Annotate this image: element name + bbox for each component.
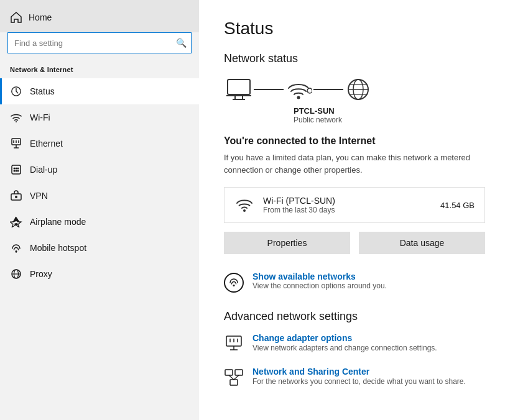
vpn-icon bbox=[10, 189, 22, 202]
sidebar-item-status[interactable]: Status bbox=[0, 78, 199, 104]
svg-line-46 bbox=[229, 375, 234, 380]
search-input[interactable] bbox=[7, 32, 192, 53]
show-available-networks[interactable]: Show available networks View the connect… bbox=[224, 272, 503, 293]
properties-button[interactable]: Properties bbox=[224, 232, 350, 254]
network-wifi-icon: ↑ bbox=[284, 76, 313, 103]
show-networks-title: Show available networks bbox=[252, 272, 387, 281]
status-icon bbox=[10, 85, 22, 98]
sidebar-item-wifi[interactable]: Wi-Fi bbox=[0, 104, 199, 130]
connected-desc: If you have a limited data plan, you can… bbox=[224, 152, 485, 176]
svg-point-12 bbox=[14, 170, 16, 172]
sidebar-item-hotspot[interactable]: Mobile hotspot bbox=[0, 235, 199, 261]
connected-title: You're connected to the Internet bbox=[224, 135, 503, 147]
sidebar-item-dialup[interactable]: Dial-up bbox=[0, 157, 199, 183]
proxy-icon bbox=[10, 268, 22, 280]
svg-point-27 bbox=[297, 96, 300, 99]
svg-point-35 bbox=[243, 209, 246, 212]
show-networks-content: Show available networks View the connect… bbox=[252, 272, 387, 290]
show-networks-desc: View the connection options around you. bbox=[252, 281, 387, 290]
connection-data: 41.54 GB bbox=[440, 201, 475, 210]
home-icon bbox=[10, 11, 22, 24]
data-usage-button[interactable]: Data usage bbox=[359, 232, 485, 254]
sidebar-item-hotspot-label: Mobile hotspot bbox=[30, 243, 86, 253]
show-networks-icon bbox=[224, 273, 244, 293]
sharing-desc: For the networks you connect to, decide … bbox=[252, 377, 466, 387]
sidebar-item-proxy-label: Proxy bbox=[30, 269, 52, 279]
connection-info: Wi-Fi (PTCL-SUN) From the last 30 days bbox=[263, 196, 432, 214]
adapter-icon bbox=[224, 334, 244, 354]
sidebar-item-airplane[interactable]: Airplane mode bbox=[0, 209, 199, 235]
search-container: 🔍 bbox=[7, 32, 192, 53]
svg-point-11 bbox=[17, 168, 19, 170]
sidebar-home[interactable]: Home bbox=[0, 0, 199, 32]
adapter-title: Change adapter options bbox=[252, 333, 437, 343]
change-adapter-options[interactable]: Change adapter options View network adap… bbox=[224, 333, 503, 354]
connection-card: Wi-Fi (PTCL-SUN) From the last 30 days 4… bbox=[224, 187, 485, 223]
wifi-icon bbox=[10, 111, 22, 124]
home-label: Home bbox=[29, 12, 52, 22]
sidebar-item-ethernet-label: Ethernet bbox=[30, 139, 63, 148]
svg-point-16 bbox=[15, 196, 17, 198]
sharing-center[interactable]: Network and Sharing Center For the netwo… bbox=[224, 367, 503, 388]
sharing-icon bbox=[224, 368, 244, 388]
computer-icon bbox=[224, 76, 254, 103]
svg-point-9 bbox=[14, 168, 16, 170]
action-buttons: Properties Data usage bbox=[224, 232, 485, 254]
ethernet-icon bbox=[10, 137, 22, 150]
connection-name: Wi-Fi (PTCL-SUN) bbox=[263, 196, 432, 206]
svg-point-10 bbox=[16, 168, 17, 170]
sharing-content: Network and Sharing Center For the netwo… bbox=[252, 367, 466, 387]
svg-rect-45 bbox=[230, 380, 238, 385]
sidebar: Home 🔍 Network & Internet Status Wi-Fi bbox=[0, 0, 199, 420]
hotspot-icon bbox=[10, 242, 22, 254]
svg-line-47 bbox=[234, 375, 239, 380]
search-icon: 🔍 bbox=[176, 38, 187, 48]
svg-point-1 bbox=[16, 121, 17, 122]
svg-point-14 bbox=[17, 170, 19, 172]
advanced-title: Advanced network settings bbox=[224, 310, 503, 323]
connection-wifi-icon bbox=[234, 195, 254, 215]
svg-point-13 bbox=[16, 170, 17, 172]
svg-point-36 bbox=[233, 285, 235, 286]
dialup-icon bbox=[10, 163, 22, 176]
network-type: Public network bbox=[294, 116, 503, 124]
sidebar-section-title: Network & Internet bbox=[0, 61, 199, 78]
sidebar-item-dialup-label: Dial-up bbox=[30, 165, 57, 175]
network-globe-icon bbox=[343, 76, 373, 103]
airplane-icon bbox=[10, 216, 22, 228]
network-status-title: Network status bbox=[224, 52, 503, 65]
svg-text:↑: ↑ bbox=[308, 89, 310, 94]
adapter-desc: View network adapters and change connect… bbox=[252, 343, 437, 354]
sidebar-item-airplane-label: Airplane mode bbox=[30, 217, 86, 227]
svg-rect-43 bbox=[225, 370, 233, 375]
network-diagram: ↑ bbox=[224, 76, 503, 103]
network-ssid: PTCL-SUN bbox=[294, 106, 503, 116]
connection-sub: From the last 30 days bbox=[263, 206, 432, 214]
sidebar-item-proxy[interactable]: Proxy bbox=[0, 261, 199, 287]
main-content: Status Network status ↑ bbox=[199, 0, 528, 420]
network-line-2 bbox=[313, 89, 343, 90]
sidebar-item-ethernet[interactable]: Ethernet bbox=[0, 130, 199, 157]
svg-rect-44 bbox=[235, 370, 243, 375]
sidebar-item-vpn-label: VPN bbox=[30, 191, 48, 201]
svg-rect-22 bbox=[228, 80, 250, 94]
sidebar-item-status-label: Status bbox=[30, 86, 55, 96]
adapter-content: Change adapter options View network adap… bbox=[252, 333, 437, 354]
page-title: Status bbox=[224, 19, 503, 39]
sidebar-item-vpn[interactable]: VPN bbox=[0, 183, 199, 209]
network-label: PTCL-SUN Public network bbox=[294, 106, 503, 124]
svg-rect-8 bbox=[12, 165, 21, 174]
sharing-title: Network and Sharing Center bbox=[252, 367, 466, 377]
sidebar-item-wifi-label: Wi-Fi bbox=[30, 112, 50, 122]
network-line-1 bbox=[254, 89, 284, 90]
